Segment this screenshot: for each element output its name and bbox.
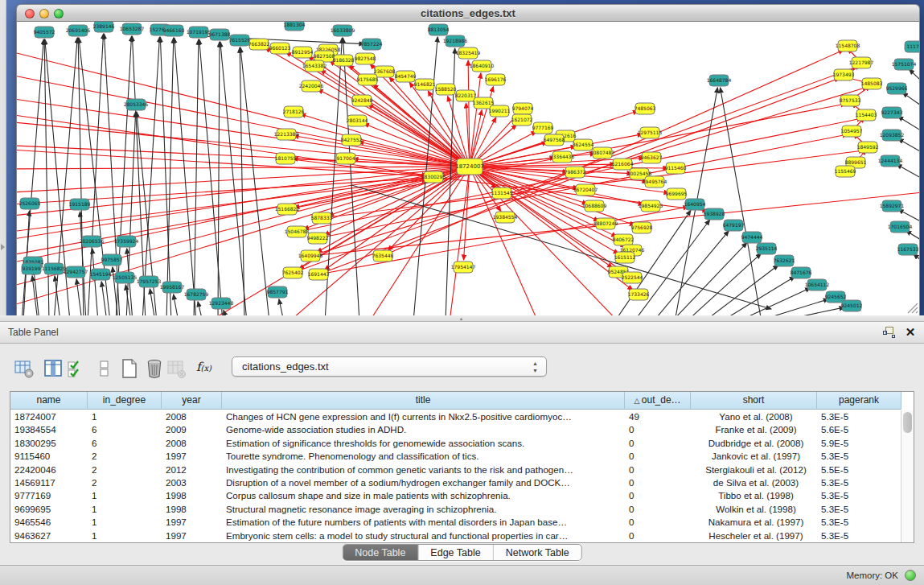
- graph-node[interactable]: 15166822: [275, 204, 300, 215]
- table-row[interactable]: 1872400712008Changes of HCN gene express…: [10, 410, 901, 423]
- graph-node[interactable]: 7485063: [634, 103, 656, 114]
- float-panel-icon[interactable]: [883, 327, 896, 339]
- table-row[interactable]: 1456911722003Disruption of a novel membe…: [10, 476, 901, 489]
- graph-node[interactable]: 939199: [22, 263, 41, 274]
- graph-node[interactable]: 8912954: [292, 47, 314, 58]
- graph-node[interactable]: 6216064: [612, 159, 634, 170]
- graph-node[interactable]: 1588520: [435, 84, 457, 95]
- table-row[interactable]: 946554611997Estimation of the future num…: [10, 516, 901, 529]
- graph-node[interactable]: 7615526: [229, 35, 251, 46]
- graph-node[interactable]: 10719195: [187, 27, 211, 38]
- graph-node[interactable]: 16782759: [184, 289, 209, 300]
- table-options-icon[interactable]: [14, 358, 35, 379]
- column-header-name[interactable]: name: [10, 392, 88, 410]
- graph-node[interactable]: 7632621: [774, 255, 795, 266]
- select-stepper-icon[interactable]: ▲ ▼: [532, 360, 539, 374]
- graph-node[interactable]: 28053346: [124, 99, 149, 110]
- graph-node[interactable]: 19218986: [443, 35, 468, 47]
- table-row[interactable]: 2242004622012Investigating the contribut…: [10, 463, 901, 476]
- column-header-year[interactable]: year: [162, 392, 222, 410]
- graph-node[interactable]: 17954147: [451, 262, 476, 273]
- network-table-select[interactable]: citations_edges.txt ▲ ▼: [232, 356, 547, 377]
- graph-node[interactable]: 22420046: [299, 80, 324, 92]
- graph-node[interactable]: 23364436: [550, 151, 575, 163]
- graph-node[interactable]: 18724007: [455, 159, 484, 175]
- graph-node[interactable]: 12975115: [638, 127, 663, 138]
- graph-node[interactable]: 9175685: [357, 74, 379, 85]
- graph-node[interactable]: 5938928: [704, 208, 725, 220]
- graph-node[interactable]: 18640910: [470, 60, 495, 72]
- graph-node[interactable]: 1696176: [485, 74, 507, 85]
- graph-node[interactable]: 6497568: [544, 134, 565, 146]
- graph-node[interactable]: 2718126: [283, 106, 305, 117]
- graph-node[interactable]: 19384554: [493, 212, 518, 223]
- graph-node[interactable]: 20206536: [80, 236, 105, 247]
- graph-node[interactable]: 9777169: [532, 122, 554, 134]
- graph-node[interactable]: 9466160: [163, 25, 185, 36]
- graph-node[interactable]: 19495764: [643, 176, 667, 187]
- graph-node[interactable]: 5878333: [311, 212, 333, 224]
- graph-node[interactable]: 9498222: [307, 233, 329, 244]
- new-table-icon[interactable]: [119, 358, 140, 379]
- graph-node[interactable]: 2526065: [19, 198, 41, 209]
- graph-node[interactable]: 8406722: [613, 234, 634, 245]
- graph-node[interactable]: 1990211: [489, 105, 511, 117]
- graph-node[interactable]: 16409948: [298, 250, 323, 262]
- graph-node[interactable]: 1849592: [857, 142, 879, 153]
- graph-node[interactable]: 9463627: [641, 152, 663, 163]
- select-all-icon[interactable]: [66, 358, 87, 379]
- graph-node[interactable]: 9242848: [351, 95, 373, 106]
- graph-node[interactable]: 7663822: [248, 39, 270, 50]
- graph-node[interactable]: 2389146: [93, 22, 115, 32]
- splitter-handle-icon[interactable]: ▴: [458, 316, 465, 320]
- graph-node[interactable]: 1691443: [308, 269, 330, 280]
- graph-node[interactable]: 1131545: [491, 187, 513, 199]
- graph-node[interactable]: 10688609: [582, 200, 607, 212]
- column-header-title[interactable]: title: [222, 392, 625, 410]
- graph-node[interactable]: 1485083: [861, 78, 883, 89]
- graph-node[interactable]: 16648784: [707, 75, 732, 86]
- graph-node[interactable]: 15046788: [285, 226, 310, 237]
- column-header-short[interactable]: short: [691, 392, 817, 410]
- graph-node[interactable]: 6479197: [723, 220, 745, 231]
- graph-node[interactable]: 10653287: [120, 23, 145, 35]
- graph-node[interactable]: 17957253: [137, 276, 162, 287]
- graph-node[interactable]: 19854923: [639, 200, 663, 212]
- tab-edge-table[interactable]: Edge Table: [417, 545, 492, 560]
- close-panel-icon[interactable]: ✕: [904, 325, 917, 340]
- graph-node[interactable]: 2935114: [756, 243, 778, 254]
- graph-node[interactable]: 11174: [905, 41, 919, 52]
- graph-node[interactable]: 7857224: [361, 39, 383, 50]
- graph-node[interactable]: 8186328: [333, 55, 355, 66]
- graph-node[interactable]: 1640954: [684, 199, 706, 210]
- graph-node[interactable]: 9699695: [666, 188, 688, 200]
- tab-network-table[interactable]: Network Table: [493, 545, 581, 560]
- table-row[interactable]: 969969511998Structural magnetic resonanc…: [10, 503, 901, 516]
- graph-node[interactable]: 8813054: [428, 24, 450, 35]
- graph-node[interactable]: 1155469: [835, 166, 856, 177]
- graph-node[interactable]: 9405572: [34, 27, 55, 38]
- graph-node[interactable]: 2522544: [622, 272, 643, 283]
- graph-node[interactable]: 3624554: [573, 139, 594, 150]
- graph-node[interactable]: 11548708: [836, 40, 860, 51]
- graph-node[interactable]: 10654112: [805, 279, 830, 290]
- graph-node[interactable]: 1167533: [897, 244, 919, 255]
- graph-node[interactable]: 16543382: [302, 60, 327, 72]
- graph-node[interactable]: 1733426: [628, 289, 650, 300]
- graph-node[interactable]: 15892971: [880, 200, 905, 212]
- column-header-out_de[interactable]: △ out_de…: [625, 392, 691, 410]
- graph-node[interactable]: 10807487: [590, 147, 615, 159]
- graph-node[interactable]: 1615112: [614, 252, 636, 263]
- deselect-icon[interactable]: [94, 358, 115, 379]
- table-row[interactable]: 1830029562008Estimation of significance …: [10, 437, 901, 450]
- graph-node[interactable]: 9857791: [267, 286, 289, 298]
- graph-node[interactable]: 9975857: [101, 254, 123, 266]
- graph-node[interactable]: 7986372: [565, 167, 586, 178]
- graph-node[interactable]: 7625402: [282, 267, 304, 278]
- graph-node[interactable]: 8454749: [395, 71, 417, 82]
- graph-node[interactable]: 19958167: [160, 282, 185, 293]
- graph-node[interactable]: 2803144: [347, 115, 368, 126]
- graph-node[interactable]: 9245012: [841, 300, 863, 311]
- graph-node[interactable]: 15751074: [892, 59, 917, 70]
- citation-network-graph[interactable]: 9405572206914062389146106532871527602946…: [17, 22, 919, 315]
